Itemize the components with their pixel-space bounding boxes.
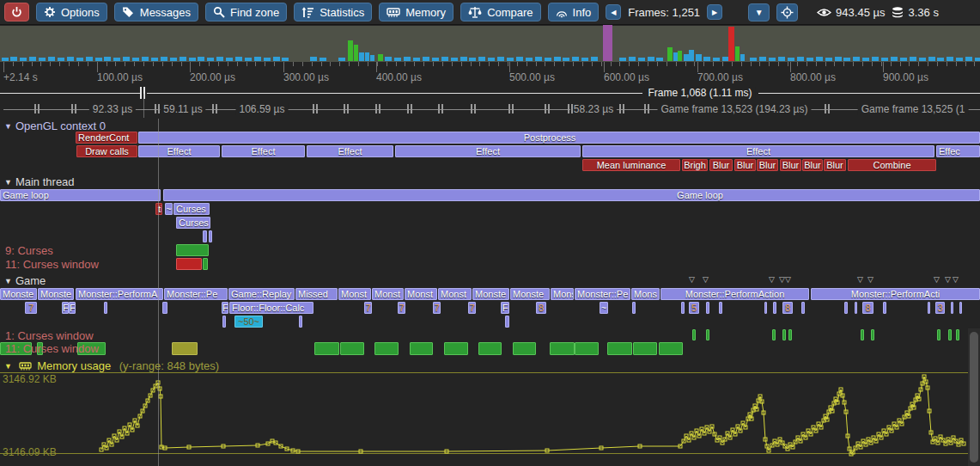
frame-bar[interactable] [629,57,636,61]
zone-bar[interactable]: ~ [165,203,173,215]
frame-bar[interactable] [365,52,369,61]
zone-bar[interactable] [299,316,302,328]
plot-bar[interactable] [172,342,198,355]
frame-bar[interactable] [123,57,130,61]
frame-bar[interactable] [370,55,374,61]
info-button[interactable]: Info [548,3,600,21]
zone-bar[interactable]: Monster::PerformA [76,288,163,300]
zone-bar[interactable] [138,132,980,144]
zone-bar[interactable] [104,302,107,314]
zone-bar[interactable]: 8 [862,302,873,314]
frame-bar[interactable] [161,57,167,61]
zone-bar[interactable]: Effect [582,145,934,157]
zone-bar[interactable]: Missed [295,288,338,300]
zone-bar[interactable]: Monster::PerformAction [660,288,809,300]
memory-usage-plot[interactable] [0,0,980,466]
frame-bar[interactable] [581,58,588,61]
frame-bar[interactable] [460,57,467,61]
frame-bar[interactable] [603,25,612,61]
frame-bar[interactable] [488,58,495,61]
zone-bar[interactable] [855,302,857,314]
frame-bar[interactable] [862,58,869,61]
plot-bar[interactable] [871,329,874,340]
plot-bar[interactable] [782,329,786,340]
frame-bar[interactable] [526,58,533,61]
zone-bar[interactable]: 7 [398,302,405,314]
zone-bar[interactable] [801,302,805,314]
plot-bar[interactable] [861,329,864,340]
plot-bar[interactable] [340,342,364,355]
statistics-button[interactable]: Statistics [294,3,372,21]
zone-bar[interactable] [632,302,636,314]
frame-bar[interactable] [703,57,710,61]
frame-split-handle[interactable] [140,87,142,99]
zone-bar[interactable]: Combine [848,159,936,171]
zone-bar[interactable]: Monster::Pe [164,288,228,300]
zone-bar[interactable] [163,189,980,201]
frame-bar[interactable] [759,57,766,61]
zone-bar[interactable]: Game::Replay [228,288,295,300]
zone-bar[interactable] [844,302,848,314]
frame-bar[interactable] [338,58,345,61]
frame-bar[interactable] [432,58,439,61]
frame-bar[interactable] [216,57,223,61]
plot-bar[interactable] [314,342,339,355]
section-memory-header[interactable]: ▼ Memory usage (y-range: 848 bytes) [4,359,219,372]
message-marker-icon[interactable]: ▽ [857,276,863,283]
frame-bar[interactable] [310,57,317,61]
zone-bar[interactable]: 8 [536,302,546,314]
plot-bar[interactable] [956,329,959,340]
frame-bar[interactable] [735,46,740,61]
zone-bar[interactable]: Floor::Floor::Calc [229,302,313,314]
zone-bar[interactable] [951,302,953,314]
zone-bar[interactable]: 7 [25,302,37,314]
message-marker-icon[interactable]: ▽ [689,276,695,283]
frame-bar[interactable] [696,54,702,61]
message-marker-icon[interactable]: ▽ [945,276,951,283]
zone-bar[interactable]: F [501,302,509,314]
plot-bar[interactable] [659,342,683,355]
plot-bar[interactable] [410,342,433,355]
zone-bar[interactable]: Effect [222,145,305,157]
zone-bar[interactable]: Mean luminance [582,159,680,171]
plot-bar[interactable] [633,342,657,355]
frame-bar[interactable] [273,57,280,61]
frame-bar[interactable] [678,51,682,61]
frame-bar[interactable] [180,57,186,61]
focus-frame-button[interactable] [776,3,798,21]
frame-bar[interactable] [451,58,458,61]
zone-bar[interactable]: Blur [824,159,846,171]
find-zone-button[interactable]: Find zone [205,3,287,21]
frame-bar[interactable] [198,57,204,61]
zone-bar[interactable]: Draw calls [76,145,137,157]
frame-bar[interactable] [207,58,214,61]
frame-bar[interactable] [39,58,46,61]
plot-bar[interactable] [607,342,632,355]
zone-bar[interactable]: Effect [307,145,393,157]
frame-bar[interactable] [728,27,734,61]
frame-bar[interactable] [423,57,429,61]
frame-bar[interactable] [170,58,177,61]
frame-bar[interactable] [545,58,551,61]
frame-bar[interactable] [816,57,823,61]
zone-bar[interactable]: Monster::Pe [575,288,630,300]
frame-bar[interactable] [151,58,158,61]
frame-bar[interactable] [750,58,757,61]
frame-bar[interactable] [354,45,358,61]
frame-bar[interactable] [689,50,694,61]
frame-bar[interactable] [891,57,898,61]
zone-bar[interactable] [162,302,167,314]
plot-bar[interactable] [948,329,952,340]
zone-bar[interactable]: ~ [600,302,608,314]
zone-bar[interactable]: ~50~ [234,316,263,328]
zone-bar[interactable] [209,230,212,242]
zone-bar[interactable]: Effect [395,145,581,157]
frame-bar[interactable] [58,58,64,61]
frame-bar[interactable] [469,58,476,61]
frame-bar[interactable] [264,58,271,61]
frame-bar[interactable] [667,47,673,61]
frame-bar[interactable] [928,57,935,61]
frame-bar[interactable] [947,57,953,61]
power-button[interactable] [4,3,29,21]
frame-bar[interactable] [535,57,542,61]
